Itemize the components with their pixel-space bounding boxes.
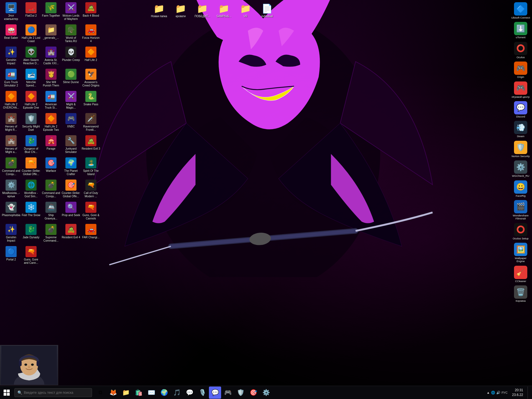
desktop-icon-49[interactable]: 🔫 Guns, Gore & Cannols [81, 201, 101, 222]
desktop-icon-26[interactable]: 🛡️ Security Might Duel [21, 112, 41, 134]
dock-icon-dock-steam[interactable]: 💨 Steam [510, 120, 531, 139]
desktop-icon-44[interactable]: 🔫 Call of Duty Modern ... [81, 178, 101, 200]
folder-folder-4[interactable]: 📁 SAMPfix&... [214, 2, 234, 19]
desktop-icon-8[interactable]: 🪖 World of Tanks.RU [61, 23, 81, 45]
tray-chevron[interactable]: ▲ [487, 391, 490, 395]
taskbar-search-box[interactable]: 🔍 [14, 388, 92, 397]
store-taskbar[interactable]: 🛍️ [132, 387, 145, 399]
folder-folder-3[interactable]: 📁 ПОБЕДИТ... [192, 2, 212, 19]
desktop-icon-11[interactable]: 👽 Alien Swarm Reactive D... [21, 45, 41, 67]
desktop-icon-34[interactable]: 🧟 Resident Evil 3 [81, 134, 101, 156]
desktop-icon-23[interactable]: ⚔️ Might & Magic... [61, 90, 81, 111]
steam-taskbar[interactable]: 🎮 [222, 387, 234, 399]
desktop-icon-43[interactable]: 🎯 Counter-Strike: Global Offe... [61, 178, 81, 200]
desktop-icon-35[interactable]: 💣 Command and Conqu... [1, 156, 21, 178]
messenger-taskbar[interactable]: 💬 [183, 387, 196, 399]
desktop-icon-31[interactable]: 🐉 Dungeon of Blue Chi... [21, 134, 41, 156]
taskview-button[interactable]: ⧉ [94, 387, 106, 399]
desktop-icon-51[interactable]: 🐉 Jade Dynasty [21, 223, 41, 244]
desktop-icon-1[interactable]: 🏎️ FlatOut 2 [21, 1, 41, 23]
folder-folder-5[interactable]: 📁 VR [236, 2, 255, 19]
desktop-icon-38[interactable]: 🌍 The Planet Crafter [61, 156, 81, 178]
desktop-icon-16[interactable]: 🎿 NitroSki Speed... [21, 68, 41, 89]
mail-taskbar[interactable]: ✉️ [145, 387, 157, 399]
tray-volume[interactable]: 🔊 [496, 391, 500, 395]
desktop-icon-30[interactable]: 🏰 Heroes of Might a... [1, 134, 21, 156]
desktop-icon-12[interactable]: 🏰 Asteria St. Castle XXI... [41, 45, 61, 67]
desktop-icon-18[interactable]: 🟢 Slime Dunne [61, 68, 81, 89]
desktop-icon-33[interactable]: 🔧 Junkyard Simulator [61, 134, 81, 156]
desktop-icon-4[interactable]: 🧟 Back 4 Blood [81, 1, 101, 23]
desktop-icon-47[interactable]: 🚢 Ship Graveya... [41, 201, 61, 222]
desktop-icon-39[interactable]: 🏝️ Spirit Of The Island [81, 156, 101, 178]
desktop-icon-46[interactable]: ❄️ Feel The Snow [21, 201, 41, 222]
game-taskbar[interactable]: 🎯 [247, 387, 259, 399]
dock-icon-dock-wgcheck[interactable]: ⚙️ WGCheck_RU [510, 159, 531, 178]
clock[interactable]: 20:31 23.6.22 [510, 388, 525, 397]
folder-folder-6[interactable]: 📄 individual [257, 2, 277, 19]
desktop-icon-56[interactable]: 🔫 Guns, Gore and Cann... [21, 245, 41, 267]
desktop-icon-53[interactable]: 🧟 Resident Evil 4 [61, 223, 81, 244]
desktop-icon-22[interactable]: 🚛 American Truck Si... [41, 90, 61, 111]
desktop-icon-3[interactable]: ⚔️ Wolcen Lords of Mayhem [61, 1, 81, 23]
desktop-icon-42[interactable]: 💣 Command and Conqu... [41, 178, 61, 200]
desktop-icon-28[interactable]: 🎮 XNBC [61, 112, 81, 134]
tray-lang[interactable]: РУС [502, 391, 508, 394]
cortana-taskbar[interactable]: 🎙️ [196, 387, 208, 399]
dock-icon-dock-facerig[interactable]: 😀 FaceRig [510, 179, 531, 198]
dock-icon-dock-igrovoy[interactable]: 🎮 Игровой центр [510, 80, 531, 99]
dock-icon-dock-wallpaper[interactable]: 🖼️ Wallpaper Engine [510, 242, 531, 264]
desktop-icon-6[interactable]: 🔵 Half-Life 2 Lost Coast [21, 23, 41, 45]
desktop-icon-37[interactable]: 🎯 Warface [41, 156, 61, 178]
desktop-icon-17[interactable]: 👸 She Will Punish Them [41, 68, 61, 89]
desktop-icon-50[interactable]: ✨ Genshin Impact [1, 223, 21, 244]
folder-folder-1[interactable]: 📁 Новая папка [149, 2, 169, 19]
ie-taskbar[interactable]: 🌍 [158, 387, 170, 399]
dock-icon-dock-ccleaner[interactable]: 🧹 CCleaner [510, 265, 531, 284]
desktop-icon-55[interactable]: 🔵 Portal 2 [1, 245, 21, 267]
folder-folder-2[interactable]: 📁 кровати [171, 2, 191, 19]
desktop-icon-25[interactable]: 🏰 Heroes of Might R... [1, 112, 21, 134]
dock-icon-dock-oculussetup[interactable]: ⭕ Oculus Setup [510, 222, 531, 241]
dock-icon-dock-trash[interactable]: 🗑️ Корзина [510, 284, 531, 303]
desktop-icon-0[interactable]: 🖥️ Этот компьютер [1, 1, 21, 23]
dock-icon-dock-norton[interactable]: 🛡️ Norton Security [510, 140, 531, 159]
dock-icon-dock-ubisoft[interactable]: 🔷 Ubisoft Connect [510, 1, 531, 20]
dock-icon-dock-wondershare[interactable]: 🎬 Wondershare Filmora9 [510, 199, 531, 221]
desktop-icon-7[interactable]: 📁 _generals_... [41, 23, 61, 45]
desktop-icon-21[interactable]: 🔶 Half-Life 2 Episode One [21, 90, 41, 111]
settings-taskbar[interactable]: ⚙️ [260, 387, 272, 399]
desktop-icon-36[interactable]: 🔫 Counter-Strike: Global Offe... [21, 156, 41, 178]
desktop-icon-40[interactable]: ⚙️ ModAssista...- ярлык [1, 178, 21, 200]
show-desktop-button[interactable] [528, 387, 530, 399]
desktop-icon-24[interactable]: 🐍 Snake Pass [81, 90, 101, 111]
desktop-icon-14[interactable]: 🔶 Half Life 2 [81, 45, 101, 67]
desktop-icon-27[interactable]: 🔶 Half-Life 2 Episode Two [41, 112, 61, 134]
firefox-taskbar[interactable]: 🦊 [107, 387, 119, 399]
files-taskbar[interactable]: 📁 [120, 387, 132, 399]
dock-icon-dock-oculus[interactable]: ⭕ Oculus [510, 41, 531, 60]
desktop-icon-9[interactable]: 🚗 Forza Horizon 4 [81, 23, 101, 45]
music-taskbar[interactable]: 🎵 [171, 387, 183, 399]
desktop-icon-13[interactable]: 💀 Plunder Creep [61, 45, 81, 67]
desktop-icon-54[interactable]: 🚗 FAR Changi... [81, 223, 101, 244]
desktop-icon-10[interactable]: ✨ Genshin Impact [1, 45, 21, 67]
desktop-icon-45[interactable]: 👻 Phasmophobia [1, 201, 21, 222]
dock-icon-dock-utorrent[interactable]: ⬇️ uTorrent [510, 21, 531, 40]
desktop-icon-41[interactable]: 🌐 WorldBox - God Sim... [21, 178, 41, 200]
desktop-icon-20[interactable]: 🔶 Half-Life 2 OVERCHA... [1, 90, 21, 111]
dock-icon-dock-discord[interactable]: 💬 Discord [510, 100, 531, 119]
desktop-icon-52[interactable]: 💣 Supreme Command... [41, 223, 61, 244]
start-button[interactable] [0, 386, 13, 399]
dock-icon-dock-origin[interactable]: 🎮 Origin [510, 60, 531, 80]
discord-taskbar[interactable]: 💬 [209, 387, 221, 399]
desktop-icon-48[interactable]: 🔍 Prop and Seek [61, 201, 81, 222]
desktop-icon-32[interactable]: 🎪 Parage [41, 134, 61, 156]
search-input[interactable] [24, 391, 89, 395]
desktop-icon-19[interactable]: 🦅 Assassin's Creed Origins [81, 68, 101, 89]
antivirus-taskbar[interactable]: 🛡️ [234, 387, 247, 399]
desktop-icon-29[interactable]: 🗡️ Ravensword Frontli... [81, 112, 101, 134]
desktop-icon-2[interactable]: 🌾 Farm Together [41, 1, 61, 23]
desktop-icon-5[interactable]: 🥁 Beat Saber [1, 23, 21, 45]
desktop-icon-15[interactable]: 🚛 Euro Truck Simulator 2 [1, 68, 21, 89]
